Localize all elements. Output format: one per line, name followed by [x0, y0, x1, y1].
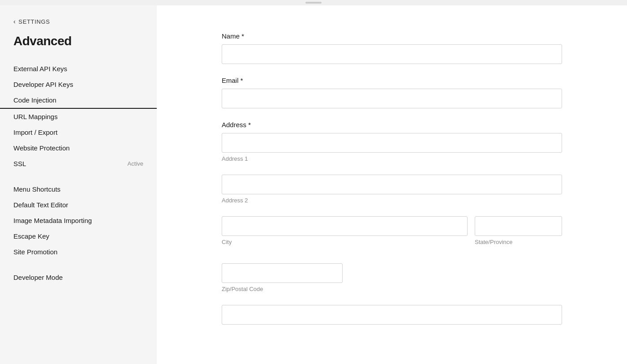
name-group: Name * [222, 32, 562, 64]
zip-group: Zip/Postal Code [222, 263, 343, 292]
email-group: Email * [222, 77, 562, 108]
city-input[interactable] [222, 216, 468, 236]
sidebar-item-site-promotion[interactable]: Site Promotion [0, 244, 157, 260]
sidebar-item-website-protection[interactable]: Website Protection [0, 140, 157, 156]
sidebar-item-escape-key[interactable]: Escape Key [0, 228, 157, 244]
sidebar-item-badge: Active [128, 160, 143, 167]
sidebar-item-label: Default Text Editor [13, 201, 68, 209]
address-group: Address * Address 1 Address 2 City [222, 121, 562, 325]
sidebar-item-label: External API Keys [13, 65, 67, 73]
zip-input[interactable] [222, 263, 343, 283]
sidebar-item-label: URL Mappings [13, 113, 58, 120]
sidebar-item-label: SSL [13, 160, 26, 167]
sidebar-item-label: Import / Export [13, 128, 57, 136]
address2-group: Address 2 [222, 175, 562, 204]
address2-hint: Address 2 [222, 197, 562, 204]
sidebar-item-label: Developer Mode [13, 274, 63, 281]
sidebar: ‹ SETTINGS Advanced External API KeysDev… [0, 5, 157, 364]
sidebar-item-label: Code Injection [13, 96, 56, 104]
sidebar-item-developer-mode[interactable]: Developer Mode [0, 270, 157, 285]
email-label: Email * [222, 77, 562, 84]
sidebar-item-import-export[interactable]: Import / Export [0, 124, 157, 140]
sidebar-item-label: Image Metadata Importing [13, 217, 92, 224]
top-bar [0, 0, 627, 5]
address1-group: Address 1 [222, 133, 562, 162]
sidebar-item-label: Menu Shortcuts [13, 185, 60, 193]
sidebar-title: Advanced [0, 34, 157, 61]
sidebar-item-label: Escape Key [13, 232, 49, 240]
sidebar-item-url-mappings[interactable]: URL Mappings [0, 109, 157, 124]
name-label: Name * [222, 32, 562, 40]
sidebar-item-menu-shortcuts[interactable]: Menu Shortcuts [0, 181, 157, 197]
window-handle [305, 2, 322, 4]
sidebar-item-label: Website Protection [13, 144, 70, 152]
address-label: Address * [222, 121, 562, 128]
sidebar-item-ssl[interactable]: SSLActive [0, 156, 157, 171]
sidebar-item-code-injection[interactable]: Code Injection [0, 92, 157, 109]
sidebar-item-default-text-editor[interactable]: Default Text Editor [0, 197, 157, 213]
nav-spacer [0, 171, 157, 181]
city-hint: City [222, 239, 468, 245]
state-group: State/Province [475, 216, 562, 245]
settings-back-button[interactable]: ‹ SETTINGS [0, 14, 157, 34]
sidebar-item-image-metadata-importing[interactable]: Image Metadata Importing [0, 213, 157, 228]
sidebar-nav: External API KeysDeveloper API KeysCode … [0, 61, 157, 285]
last-input[interactable] [222, 305, 562, 325]
address1-input[interactable] [222, 133, 562, 153]
form-section: Name * Email * Address * Address 1 Addre… [222, 32, 562, 325]
app-body: ‹ SETTINGS Advanced External API KeysDev… [0, 5, 627, 364]
chevron-left-icon: ‹ [13, 18, 16, 25]
sidebar-item-external-api-keys[interactable]: External API Keys [0, 61, 157, 77]
sidebar-item-label: Developer API Keys [13, 81, 73, 88]
last-input-group [222, 305, 562, 325]
city-state-row: City State/Province [222, 216, 562, 258]
state-hint: State/Province [475, 239, 562, 245]
address2-input[interactable] [222, 175, 562, 194]
sidebar-item-developer-api-keys[interactable]: Developer API Keys [0, 77, 157, 92]
address1-hint: Address 1 [222, 155, 562, 162]
city-group: City [222, 216, 468, 245]
sidebar-item-label: Site Promotion [13, 248, 57, 256]
name-input[interactable] [222, 44, 562, 64]
main-content: Name * Email * Address * Address 1 Addre… [157, 5, 627, 364]
email-input[interactable] [222, 89, 562, 108]
zip-hint: Zip/Postal Code [222, 286, 343, 292]
settings-back-label: SETTINGS [18, 18, 50, 25]
state-input[interactable] [475, 216, 562, 236]
nav-spacer [0, 260, 157, 270]
